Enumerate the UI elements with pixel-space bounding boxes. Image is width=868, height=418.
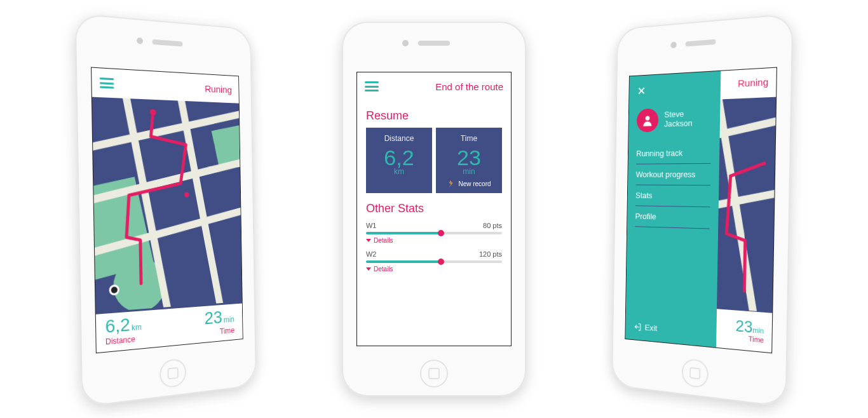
svg-line-14 (635, 327, 639, 327)
exit-icon (634, 322, 642, 332)
other-stats-heading: Other Stats (366, 202, 502, 215)
user-profile[interactable]: Steve Jackson (637, 106, 712, 132)
phone-mockup-2: End of the route Resume Distance 6,2 km … (342, 22, 526, 396)
page-title: End of the route (435, 81, 503, 92)
runner-icon: 🏃 (447, 180, 456, 188)
sidebar-item-workout-progress[interactable]: Workout progress (636, 164, 711, 185)
progress-bar[interactable] (366, 260, 502, 263)
stats-footer: 23min Time (716, 309, 772, 353)
page-title: Runing (205, 83, 232, 95)
avatar (637, 108, 659, 132)
page-title: Runing (738, 76, 768, 89)
stat-row-w2: W2120 pts Details (366, 250, 502, 273)
screen-sidebar-menu: Runing 23min Time ✕ (625, 67, 778, 354)
route-map[interactable] (92, 97, 242, 314)
sidebar-item-stats[interactable]: Stats (635, 185, 710, 208)
resume-heading: Resume (366, 109, 502, 123)
progress-bar[interactable] (366, 232, 502, 234)
screen-running-map: Runing (91, 67, 243, 354)
phone-mockup-1: Runing (78, 22, 262, 396)
sidebar-item-profile[interactable]: Profile (635, 206, 710, 229)
phone-mockup-3: Runing 23min Time ✕ (606, 22, 790, 396)
svg-point-9 (184, 192, 189, 198)
svg-point-13 (646, 116, 650, 120)
hamburger-icon[interactable] (365, 81, 379, 91)
svg-point-8 (149, 109, 156, 116)
time-card: Time 23 min 🏃New record (436, 128, 502, 193)
distance-card: Distance 6,2 km (366, 128, 432, 193)
hamburger-icon[interactable] (99, 78, 114, 89)
sidebar-item-running-track[interactable]: Running track (636, 142, 711, 165)
sidebar-drawer: ✕ Steve Jackson Running track Workout pr… (626, 71, 721, 347)
close-icon[interactable]: ✕ (637, 81, 712, 98)
time-label: Time (205, 326, 234, 337)
stat-row-w1: W180 pts Details (366, 222, 502, 244)
details-toggle[interactable]: Details (366, 266, 502, 273)
chevron-down-icon (366, 267, 371, 271)
screen-end-of-route: End of the route Resume Distance 6,2 km … (356, 72, 512, 346)
chevron-down-icon (366, 239, 371, 242)
time-value: 23 (204, 307, 222, 328)
current-location-marker (111, 287, 117, 293)
distance-value: 6,2 (105, 314, 130, 337)
svg-line-7 (179, 97, 223, 313)
details-toggle[interactable]: Details (366, 237, 502, 244)
